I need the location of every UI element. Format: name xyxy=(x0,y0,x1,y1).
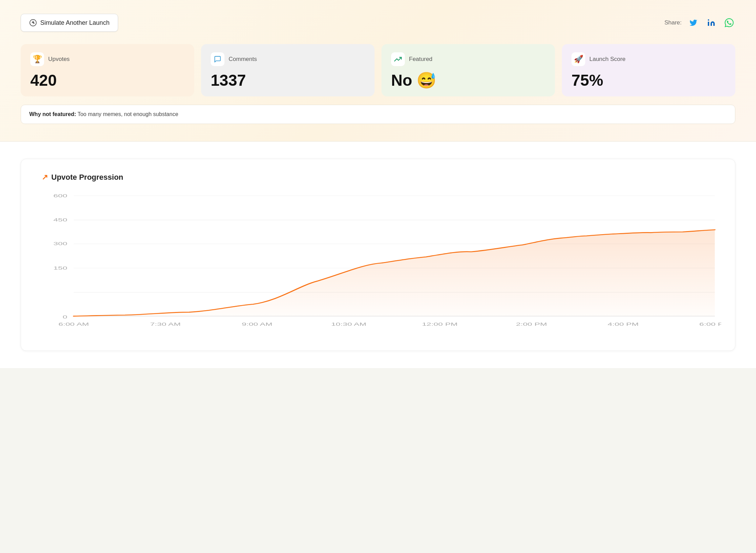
chart-area: 600 450 300 150 0 6:00 AM 7:30 AM 9:00 A… xyxy=(42,192,721,337)
why-reason: Too many memes, not enough substance xyxy=(77,111,178,117)
twitter-share-button[interactable] xyxy=(687,17,700,29)
trending-icon xyxy=(394,55,402,63)
svg-text:9:00 AM: 9:00 AM xyxy=(242,322,272,327)
comments-title: Comments xyxy=(229,56,257,63)
launch-score-card: 🚀 Launch Score 75% xyxy=(562,44,735,96)
share-label: Share: xyxy=(664,19,682,26)
upvotes-card: 🏆 Upvotes 420 xyxy=(21,44,194,96)
chat-icon xyxy=(214,55,221,63)
svg-text:12:00 PM: 12:00 PM xyxy=(422,322,458,327)
chart-container: ↗ Upvote Progression 600 450 300 150 0 xyxy=(21,159,735,351)
trophy-icon: 🏆 xyxy=(33,55,42,64)
whatsapp-share-button[interactable] xyxy=(723,17,735,29)
svg-text:7:30 AM: 7:30 AM xyxy=(150,322,181,327)
svg-text:10:30 AM: 10:30 AM xyxy=(331,322,366,327)
why-label: Why not featured: xyxy=(29,111,76,117)
featured-icon-wrapper xyxy=(391,52,405,66)
score-title: Launch Score xyxy=(589,56,626,63)
svg-text:300: 300 xyxy=(53,241,67,246)
upvotes-title: Upvotes xyxy=(48,56,70,63)
svg-text:6:00 PM: 6:00 PM xyxy=(699,322,721,327)
svg-text:150: 150 xyxy=(53,265,67,270)
svg-text:600: 600 xyxy=(53,193,67,198)
comments-icon-wrapper xyxy=(211,52,224,66)
upvotes-icon-wrapper: 🏆 xyxy=(30,52,44,66)
share-section: Share: xyxy=(664,17,735,29)
chart-title: ↗ Upvote Progression xyxy=(42,173,721,182)
chart-title-icon: ↗ xyxy=(42,173,48,182)
svg-point-1 xyxy=(708,19,709,21)
score-icon-wrapper: 🚀 xyxy=(571,52,585,66)
featured-card: Featured No 😅 xyxy=(381,44,555,96)
card-header-score: 🚀 Launch Score xyxy=(571,52,726,66)
top-section: Simulate Another Launch Share: xyxy=(0,0,756,142)
why-not-featured-box: Why not featured: Too many memes, not en… xyxy=(21,105,735,124)
card-header-featured: Featured xyxy=(391,52,545,66)
svg-text:2:00 PM: 2:00 PM xyxy=(516,322,547,327)
featured-title: Featured xyxy=(409,56,432,63)
svg-text:0: 0 xyxy=(63,314,67,320)
svg-text:6:00 AM: 6:00 AM xyxy=(59,322,89,327)
card-header-comments: Comments xyxy=(211,52,365,66)
score-value: 75% xyxy=(571,72,726,88)
simulate-icon xyxy=(29,19,37,27)
chart-svg: 600 450 300 150 0 6:00 AM 7:30 AM 9:00 A… xyxy=(42,192,721,337)
bottom-section: ↗ Upvote Progression 600 450 300 150 0 xyxy=(0,142,756,368)
simulate-button[interactable]: Simulate Another Launch xyxy=(21,14,118,32)
comments-value: 1337 xyxy=(211,72,365,88)
rocket-icon: 🚀 xyxy=(574,55,583,64)
svg-text:4:00 PM: 4:00 PM xyxy=(608,322,639,327)
cards-row: 🏆 Upvotes 420 Comments 1337 xyxy=(21,44,735,96)
whatsapp-icon xyxy=(725,18,734,27)
comments-card: Comments 1337 xyxy=(201,44,375,96)
upvotes-value: 420 xyxy=(30,72,185,88)
twitter-icon xyxy=(689,19,697,27)
svg-text:450: 450 xyxy=(53,217,67,222)
linkedin-icon xyxy=(707,19,715,27)
top-bar: Simulate Another Launch Share: xyxy=(21,14,735,32)
card-header-upvotes: 🏆 Upvotes xyxy=(30,52,185,66)
linkedin-share-button[interactable] xyxy=(705,17,717,29)
featured-value: No 😅 xyxy=(391,72,545,88)
